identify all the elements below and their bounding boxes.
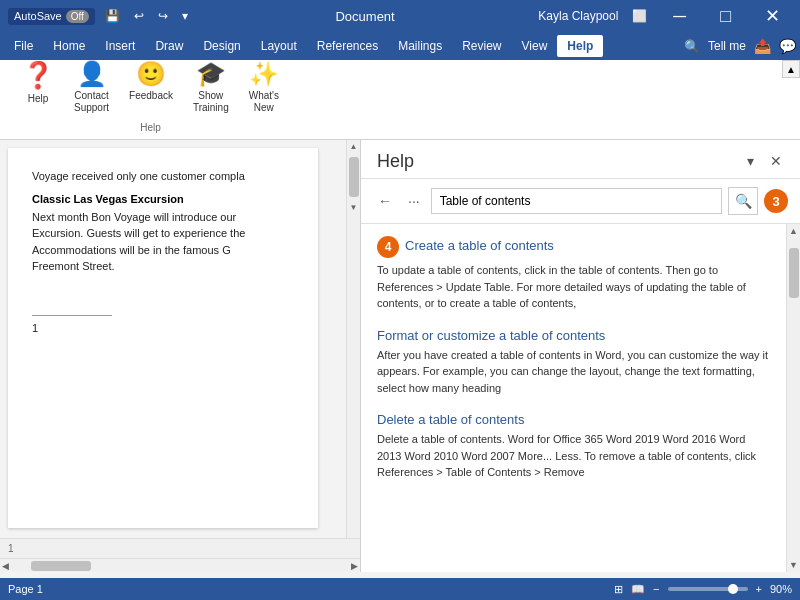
menu-review[interactable]: Review [452,35,511,57]
article-3-desc: Delete a table of contents. Word for Off… [377,431,770,481]
help-collapse-icon[interactable]: ▾ [741,150,760,172]
tell-me-label[interactable]: Tell me [708,39,746,53]
more-commands-icon[interactable]: ▾ [178,7,192,25]
ribbon-group-label: Help [140,122,161,135]
help-close-icon[interactable]: ✕ [764,150,788,172]
help-article-2: Format or customize a table of contents … [377,328,770,397]
document-page: Voyage received only one customer compla… [8,148,318,528]
search-icon[interactable]: 🔍 [684,39,700,54]
show-training-icon: 🎓 [196,60,226,88]
article-2-title[interactable]: Format or customize a table of contents [377,328,770,343]
ribbon: ❓ Help 👤 ContactSupport 🙂 Feedback 🎓 Sho… [0,60,800,140]
help-search-button[interactable]: 🔍 [728,187,758,215]
redo-icon[interactable]: ↪ [154,7,172,25]
help-button[interactable]: ❓ Help [16,56,60,118]
zoom-level-label: 90% [770,583,792,595]
search-magnifier-icon: 🔍 [735,193,752,209]
article-2-desc: After you have created a table of conten… [377,347,770,397]
zoom-slider[interactable] [668,587,748,591]
doc-footnote: 1 [32,320,294,337]
status-bar: Page 1 ⊞ 📖 − + 90% [0,578,800,600]
feedback-button[interactable]: 🙂 Feedback [123,56,179,118]
menu-mailings[interactable]: Mailings [388,35,452,57]
help-back-button[interactable]: ← [373,190,397,212]
restore-down-icon[interactable]: ⬜ [628,7,651,25]
user-name: Kayla Claypool [538,9,618,23]
scroll-down-button[interactable]: ▼ [348,201,360,214]
ribbon-collapse-button[interactable]: ▲ [782,60,800,78]
article-1-desc: To update a table of contents, click in … [377,262,770,312]
page-number-status: Page 1 [8,583,43,595]
title-bar-right: Kayla Claypool ⬜ ─ □ ✕ [538,0,792,32]
help-header-icons: ▾ ✕ [741,150,788,172]
share-icon[interactable]: 📤 [754,38,771,54]
help-article-1: 4 Create a table of contents To update a… [377,236,770,312]
document-title: Document [192,9,538,24]
help-articles-list: 4 Create a table of contents To update a… [361,224,786,572]
help-content-area: 4 Create a table of contents To update a… [361,224,800,572]
feedback-icon: 🙂 [136,60,166,88]
help-panel: Help ▾ ✕ ← ··· 🔍 3 4 [360,140,800,572]
doc-body-text: Next month Bon Voyage will introduce our… [32,209,294,275]
autosave-state: Off [66,10,89,23]
ribbon-group-help: ❓ Help 👤 ContactSupport 🙂 Feedback 🎓 Sho… [8,52,293,139]
zoom-out-icon[interactable]: − [653,583,659,595]
horizontal-scrollbar[interactable]: ◀ ▶ [0,558,360,572]
status-bar-right: ⊞ 📖 − + 90% [614,583,792,596]
help-scroll-thumb[interactable] [789,248,799,298]
page-indicator: 1 [0,538,360,558]
undo-icon[interactable]: ↩ [130,7,148,25]
help-panel-header: Help ▾ ✕ [361,140,800,179]
help-label: Help [28,93,49,105]
help-vertical-scrollbar[interactable]: ▲ ▼ [786,224,800,572]
minimize-button[interactable]: ─ [661,0,698,32]
contact-support-icon: 👤 [77,60,107,88]
close-button[interactable]: ✕ [753,0,792,32]
menu-help[interactable]: Help [557,35,603,57]
show-training-label: ShowTraining [193,90,229,114]
help-article-3: Delete a table of contents Delete a tabl… [377,412,770,481]
h-scroll-thumb[interactable] [31,561,91,571]
menu-view[interactable]: View [512,35,558,57]
step-3-badge: 3 [764,189,788,213]
feedback-label: Feedback [129,90,173,102]
help-search-row: ← ··· 🔍 3 [361,179,800,224]
autosave-label: AutoSave [14,10,62,22]
contact-support-button[interactable]: 👤 ContactSupport [68,56,115,118]
help-icon: ❓ [22,60,54,91]
doc-heading: Classic Las Vegas Excursion [32,193,294,205]
whats-new-button[interactable]: ✨ What'sNew [243,56,285,118]
title-bar-left: AutoSave Off 💾 ↩ ↪ ▾ [8,7,192,25]
comments-icon[interactable]: 💬 [779,38,796,54]
layout-icon[interactable]: ⊞ [614,583,623,596]
scroll-thumb[interactable] [349,157,359,197]
autosave-toggle[interactable]: AutoSave Off [8,8,95,25]
read-icon[interactable]: 📖 [631,583,645,596]
doc-intro-text: Voyage received only one customer compla [32,168,294,185]
restore-button[interactable]: □ [708,0,743,32]
article-3-title[interactable]: Delete a table of contents [377,412,770,427]
article-1-title[interactable]: Create a table of contents [405,238,554,253]
contact-support-label: ContactSupport [74,90,109,114]
status-bar-left: Page 1 [8,583,55,595]
help-panel-title: Help [377,151,414,172]
whats-new-label: What'sNew [249,90,279,114]
help-more-button[interactable]: ··· [403,190,425,212]
scroll-up-button[interactable]: ▲ [348,140,360,153]
doc-vertical-scrollbar[interactable]: ▲ ▼ [346,140,360,538]
zoom-in-icon[interactable]: + [756,583,762,595]
show-training-button[interactable]: 🎓 ShowTraining [187,56,235,118]
title-bar: AutoSave Off 💾 ↩ ↪ ▾ Document Kayla Clay… [0,0,800,32]
step-4-badge: 4 [377,236,399,258]
help-search-input[interactable] [431,188,722,214]
menu-references[interactable]: References [307,35,388,57]
whats-new-icon: ✨ [249,60,279,88]
save-icon[interactable]: 💾 [101,7,124,25]
